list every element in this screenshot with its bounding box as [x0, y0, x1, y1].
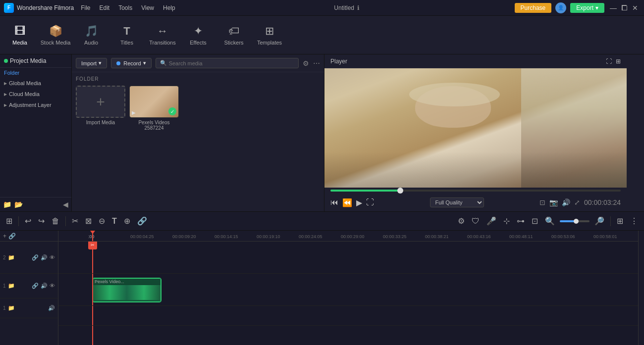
player-progress[interactable] [324, 188, 627, 194]
folder-section-label: FOLDER [76, 76, 320, 82]
record-button[interactable]: Record ▾ [111, 58, 151, 68]
tl-audio-button[interactable]: ⊕ [122, 215, 132, 227]
timeline-scrollbar[interactable] [638, 231, 644, 345]
more-icon[interactable]: ⋯ [313, 59, 320, 67]
fullscreen-icon[interactable]: ⛶ [606, 58, 612, 65]
video-clip[interactable]: Pexels Video... [92, 278, 161, 302]
toolbar-stock-media[interactable]: 📦 Stock Media [38, 18, 73, 52]
tl-delete-button[interactable]: 🗑 [50, 216, 61, 227]
tl-crop-button[interactable]: ⊠ [83, 215, 94, 227]
skip-back-button[interactable]: ⏮ [330, 198, 338, 207]
timeline-ruler-area: :00 00:00:04:25 00:00:09:20 00:00:14:15 … [58, 231, 638, 345]
add-track-button[interactable]: + [3, 233, 6, 240]
tl-motion-button[interactable]: ⊡ [530, 215, 540, 227]
play-button[interactable]: ▶ [356, 198, 362, 207]
cut-handle[interactable]: ✂ [88, 242, 97, 249]
tl-transform-button[interactable]: ⊖ [97, 215, 107, 227]
export-button[interactable]: Export ▾ [570, 3, 604, 13]
track-link2-icon[interactable]: 🔗 [32, 283, 39, 289]
maximize-button[interactable]: ⧠ [619, 3, 629, 13]
playhead-audio2 [92, 326, 93, 345]
toolbar-titles[interactable]: T Titles [109, 18, 145, 52]
toolbar-templates[interactable]: ⊞ Templates [252, 18, 287, 52]
quality-select[interactable]: Full Quality Half Quality Quarter Qualit… [430, 197, 484, 207]
menu-view[interactable]: View [137, 3, 158, 12]
track-header-ruler-spacer: + 🔗 [0, 231, 58, 242]
collapse-panel-icon[interactable]: ◀ [63, 200, 68, 208]
tl-zoom-out-button[interactable]: 🔍 [543, 215, 557, 227]
zoom-icon[interactable]: ⤢ [574, 198, 580, 206]
tree-cloud-media[interactable]: ▶ Cloud Media [0, 89, 71, 99]
import-chevron-icon: ▾ [99, 60, 102, 66]
purchase-button[interactable]: Purchase [515, 3, 552, 13]
video-media-item[interactable]: ▶ ✓ Pexels Videos 2587224 [129, 86, 179, 131]
ruler[interactable]: :00 00:00:04:25 00:00:09:20 00:00:14:15 … [58, 231, 638, 242]
menu-edit[interactable]: Edit [96, 3, 114, 12]
import-thumb[interactable]: + [76, 86, 125, 118]
step-back-button[interactable]: ⏪ [342, 198, 352, 207]
toolbar-media[interactable]: 🎞 Media [2, 18, 38, 52]
import-button[interactable]: Import ▾ [76, 58, 107, 68]
track-eye-icon[interactable]: 👁 [50, 254, 55, 261]
tl-snap-button[interactable]: ⊹ [501, 215, 512, 227]
tl-split-button[interactable]: ⊶ [515, 215, 527, 227]
menu-tools[interactable]: Tools [114, 3, 136, 12]
video-frame [324, 68, 627, 188]
toolbar-effects[interactable]: ✦ Effects [180, 18, 216, 52]
toolbar-audio[interactable]: 🎵 Audio [73, 18, 109, 52]
tl-redo-button[interactable]: ↪ [36, 215, 47, 227]
toolbar-transitions[interactable]: ↔ Transitions [145, 18, 180, 52]
media-grid: + Import Media ▶ ✓ Pexels Videos 2587224 [76, 86, 320, 131]
stickers-icon: 🏷 [228, 25, 239, 38]
screenshot-icon[interactable]: 📷 [549, 198, 558, 206]
close-button[interactable]: ✕ [630, 3, 640, 13]
tl-layout-button[interactable]: ⊞ [4, 215, 14, 227]
link-tracks-button[interactable]: 🔗 [8, 233, 16, 240]
folder-button[interactable]: Folder [0, 68, 71, 78]
tree-adjustment-layer[interactable]: ▶ Adjustment Layer [0, 99, 71, 110]
info-icon[interactable]: ℹ [357, 4, 360, 11]
track-mute-icon[interactable]: 🔊 [41, 254, 48, 261]
pip-icon[interactable]: ⊡ [539, 198, 545, 206]
avatar[interactable]: 👤 [555, 2, 566, 13]
volume-icon[interactable]: 🔊 [562, 198, 570, 206]
import-media-item[interactable]: + Import Media [76, 86, 125, 131]
toolbar-stickers[interactable]: 🏷 Stickers [216, 18, 252, 52]
search-input[interactable] [169, 60, 294, 66]
settings-icon[interactable]: ⊞ [616, 58, 621, 65]
zoom-thumb[interactable] [574, 219, 579, 224]
tl-undo-button[interactable]: ↩ [23, 215, 33, 227]
chevron-right-icon: ▶ [4, 103, 7, 107]
tl-grid-button[interactable]: ⊞ [615, 215, 625, 227]
fullscreen-button[interactable]: ⛶ [366, 198, 374, 207]
track-mute2-icon[interactable]: 🔊 [41, 283, 48, 289]
tl-text-button[interactable]: T [110, 216, 119, 227]
tl-zoom-in-button[interactable]: 🔎 [592, 215, 606, 227]
clip-thumbnail-strip [93, 285, 161, 300]
new-folder-icon[interactable]: 📁 [3, 200, 11, 208]
track-mute3-icon[interactable]: 🔊 [48, 305, 55, 311]
progress-thumb[interactable] [397, 188, 403, 194]
project-indicator [4, 59, 8, 63]
video-thumb[interactable]: ▶ ✓ [129, 86, 179, 118]
tl-link-button[interactable]: 🔗 [135, 215, 149, 227]
track-eye2-icon[interactable]: 👁 [50, 283, 55, 289]
tl-mic-button[interactable]: 🎤 [484, 215, 498, 227]
toolbar-media-label: Media [12, 40, 27, 46]
tree-global-media[interactable]: ▶ Global Media [0, 78, 71, 89]
left-panel-footer: 📁 📂 ◀ [0, 197, 71, 211]
effects-icon: ✦ [194, 25, 203, 38]
tl-more-button[interactable]: ⋮ [628, 215, 640, 227]
zoom-slider[interactable] [560, 220, 590, 222]
minimize-button[interactable]: — [608, 3, 618, 13]
menu-help[interactable]: Help [159, 3, 179, 12]
track-link-icon[interactable]: 🔗 [32, 254, 39, 261]
menu-file[interactable]: File [77, 3, 94, 12]
tl-shield-button[interactable]: 🛡 [470, 216, 482, 227]
import-folder-icon[interactable]: 📂 [14, 200, 23, 208]
tl-cut-button[interactable]: ✂ [70, 215, 80, 227]
search-box[interactable]: 🔍 [156, 58, 299, 68]
tl-settings-button[interactable]: ⚙ [456, 215, 467, 227]
filter-icon[interactable]: ⚙ [303, 59, 309, 67]
progress-bar[interactable] [330, 190, 621, 192]
